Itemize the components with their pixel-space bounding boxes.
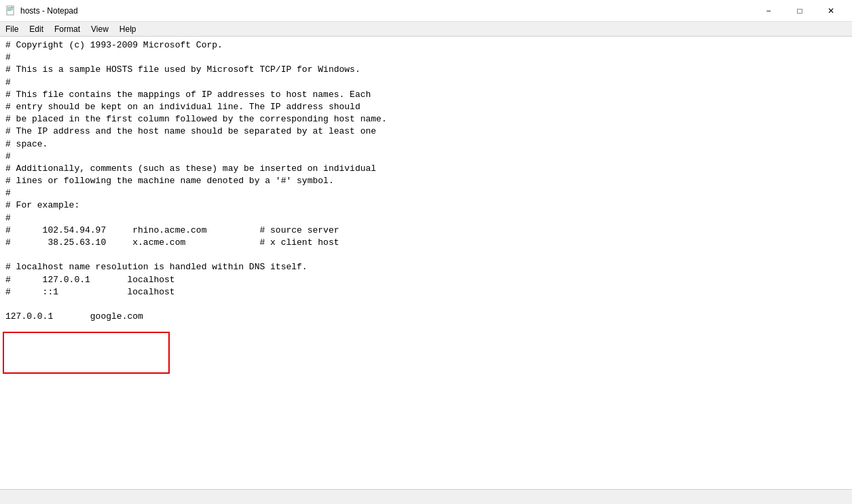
menu-view[interactable]: View bbox=[86, 23, 114, 35]
editor-content: # Copyright (c) 1993-2009 Microsoft Corp… bbox=[5, 39, 847, 486]
status-bar bbox=[0, 489, 852, 504]
menu-bar: File Edit Format View Help bbox=[0, 22, 852, 37]
window-title: hosts - Notepad bbox=[20, 6, 78, 16]
title-bar-left: hosts - Notepad bbox=[5, 5, 78, 16]
svg-rect-4 bbox=[12, 5, 14, 7]
svg-rect-3 bbox=[7, 10, 12, 11]
svg-rect-2 bbox=[7, 9, 13, 9]
close-button[interactable]: ✕ bbox=[815, 0, 847, 22]
notepad-window: hosts - Notepad − □ ✕ File Edit Format V… bbox=[0, 0, 852, 504]
menu-edit[interactable]: Edit bbox=[24, 23, 49, 35]
menu-help[interactable]: Help bbox=[114, 23, 142, 35]
minimize-button[interactable]: − bbox=[753, 0, 784, 22]
notepad-icon bbox=[5, 5, 16, 16]
menu-format[interactable]: Format bbox=[49, 23, 86, 35]
menu-file[interactable]: File bbox=[0, 23, 24, 35]
maximize-button[interactable]: □ bbox=[784, 0, 815, 22]
editor-area[interactable]: # Copyright (c) 1993-2009 Microsoft Corp… bbox=[0, 37, 852, 489]
title-bar: hosts - Notepad − □ ✕ bbox=[0, 0, 852, 22]
window-controls: − □ ✕ bbox=[753, 0, 847, 22]
